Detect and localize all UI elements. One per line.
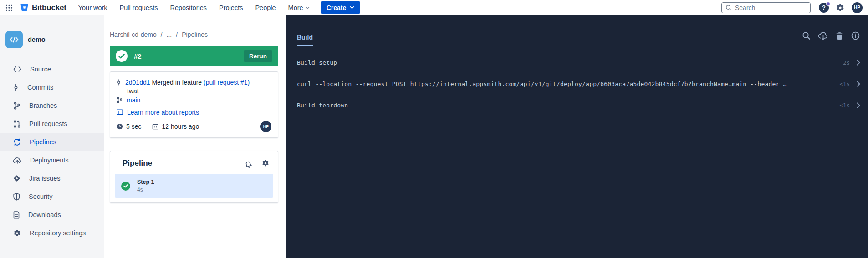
log-row-duration: <1s — [839, 102, 850, 109]
deployments-icon — [13, 157, 21, 164]
log-search-icon[interactable] — [802, 31, 811, 40]
sidebar-item-commits[interactable]: Commits — [0, 78, 104, 96]
nav-more-label: More — [288, 4, 303, 11]
breadcrumb-repo[interactable]: Harshil-cd-demo — [110, 31, 157, 38]
sidebar-item-security[interactable]: Security — [0, 187, 104, 206]
create-button-label: Create — [327, 4, 347, 11]
nav-item-projects[interactable]: Projects — [219, 4, 243, 11]
commit-info-card: 2d01dd1 Merged in feature (pull request … — [110, 71, 278, 138]
step-name: Step 1 — [137, 179, 154, 185]
info-icon[interactable] — [851, 31, 860, 40]
breadcrumb-page[interactable]: Pipelines — [182, 31, 208, 38]
run-duration: 5 sec — [126, 123, 141, 130]
bitbucket-logo[interactable]: Bitbucket — [20, 3, 66, 12]
nav-item-pull-requests[interactable]: Pull requests — [120, 4, 158, 11]
pipeline-card-title: Pipeline — [123, 159, 152, 168]
create-button[interactable]: Create — [321, 1, 361, 14]
trash-icon[interactable] — [836, 32, 843, 40]
sidebar-item-source[interactable]: Source — [0, 60, 104, 78]
document-icon — [13, 211, 20, 219]
chevron-down-icon — [306, 6, 310, 9]
sidebar-item-label: Jira issues — [29, 175, 61, 182]
notification-dot — [826, 2, 830, 6]
sidebar-item-label: Source — [30, 66, 51, 73]
user-avatar[interactable]: HP — [852, 2, 863, 13]
nav-item-your-work[interactable]: Your work — [78, 4, 107, 11]
help-button[interactable]: ? — [819, 3, 829, 13]
branch-icon — [117, 97, 123, 103]
sidebar-item-pipelines[interactable]: Pipelines — [0, 133, 104, 151]
commit-author-avatar[interactable]: HP — [260, 121, 271, 132]
pipeline-settings-gear-icon[interactable] — [261, 159, 270, 167]
nav-item-repositories[interactable]: Repositories — [170, 4, 207, 11]
sidebar-item-pull-requests[interactable]: Pull requests — [0, 115, 104, 133]
breadcrumb-separator: / — [176, 31, 178, 38]
commit-message-line2: twat — [117, 87, 271, 96]
calendar-icon — [152, 123, 158, 130]
log-row-text: curl --location --request POST https://i… — [297, 81, 832, 87]
log-row-text: Build setup — [297, 59, 836, 66]
commit-icon — [13, 84, 19, 91]
pipeline-card: Pipeline Step 1 — [110, 151, 278, 203]
sidebar-item-downloads[interactable]: Downloads — [0, 206, 104, 224]
download-log-cloud-icon[interactable] — [818, 32, 828, 40]
sidebar-item-label: Pipelines — [30, 138, 56, 146]
breadcrumb: Harshil-cd-demo / ... / Pipelines — [110, 31, 278, 38]
duration-item: 5 sec — [117, 123, 141, 130]
time-ago-item: 12 hours ago — [152, 123, 199, 130]
log-row-text: Build teardown — [297, 102, 832, 109]
repo-sidebar: demo Source Commits — [0, 15, 104, 258]
search-input[interactable] — [735, 4, 799, 11]
clock-icon — [117, 123, 123, 130]
pipeline-summary-column: Harshil-cd-demo / ... / Pipelines #2 Rer… — [104, 15, 286, 258]
sidebar-item-branches[interactable]: Branches — [0, 96, 104, 115]
commit-hash-link[interactable]: 2d01dd1 — [125, 79, 150, 86]
code-icon — [10, 36, 19, 43]
rerun-button[interactable]: Rerun — [244, 50, 272, 62]
commit-message: Merged in feature — [152, 79, 202, 86]
repo-name: demo — [28, 36, 46, 43]
sidebar-item-repository-settings[interactable]: Repository settings — [0, 224, 104, 242]
sidebar-item-deployments[interactable]: Deployments — [0, 151, 104, 169]
repo-avatar[interactable] — [5, 31, 23, 48]
branch-row: main — [117, 96, 271, 105]
branch-icon — [13, 102, 20, 110]
reports-link[interactable]: Learn more about reports — [127, 108, 199, 117]
success-check-icon — [116, 50, 128, 62]
sidebar-item-label: Commits — [27, 84, 53, 91]
step-info: Step 1 4s — [137, 179, 154, 193]
breadcrumb-separator: / — [161, 31, 163, 38]
pull-request-link[interactable]: (pull request #1) — [204, 79, 250, 86]
log-rows: Build setup 2s curl --location --request… — [286, 52, 868, 116]
log-row-curl-command[interactable]: curl --location --request POST https://i… — [286, 73, 868, 95]
code-icon — [13, 66, 21, 72]
breadcrumb-ellipsis[interactable]: ... — [167, 31, 172, 38]
nav-item-people[interactable]: People — [255, 4, 276, 11]
log-row-duration: <1s — [839, 81, 850, 87]
primary-nav: Your work Pull requests Repositories Pro… — [78, 4, 310, 11]
app-switcher-icon[interactable] — [5, 3, 14, 12]
sidebar-item-label: Repository settings — [30, 229, 86, 237]
search-box[interactable] — [721, 2, 811, 13]
pull-request-icon — [13, 120, 20, 128]
reports-row: Learn more about reports — [117, 108, 271, 117]
commit-message-text: 2d01dd1 Merged in feature (pull request … — [125, 78, 250, 87]
pipeline-card-header: Pipeline — [115, 156, 273, 168]
notifications-bell-icon[interactable] — [245, 159, 254, 167]
tab-build[interactable]: Build — [297, 34, 313, 46]
branch-link[interactable]: main — [127, 96, 140, 105]
settings-gear-icon[interactable] — [836, 3, 845, 12]
jira-icon — [13, 175, 20, 182]
sidebar-item-label: Branches — [29, 102, 57, 109]
nav-item-more[interactable]: More — [288, 4, 310, 11]
commit-message-row: 2d01dd1 Merged in feature (pull request … — [117, 78, 271, 87]
chevron-right-icon — [857, 60, 860, 66]
sidebar-item-jira-issues[interactable]: Jira issues — [0, 169, 104, 187]
run-number: #2 — [134, 52, 142, 60]
step-success-check-icon — [121, 182, 130, 191]
sidebar-item-label: Security — [29, 193, 52, 200]
log-row-build-setup[interactable]: Build setup 2s — [286, 52, 868, 73]
page-content: demo Source Commits — [0, 15, 868, 258]
pipeline-step-row[interactable]: Step 1 4s — [115, 174, 273, 198]
log-row-build-teardown[interactable]: Build teardown <1s — [286, 95, 868, 116]
